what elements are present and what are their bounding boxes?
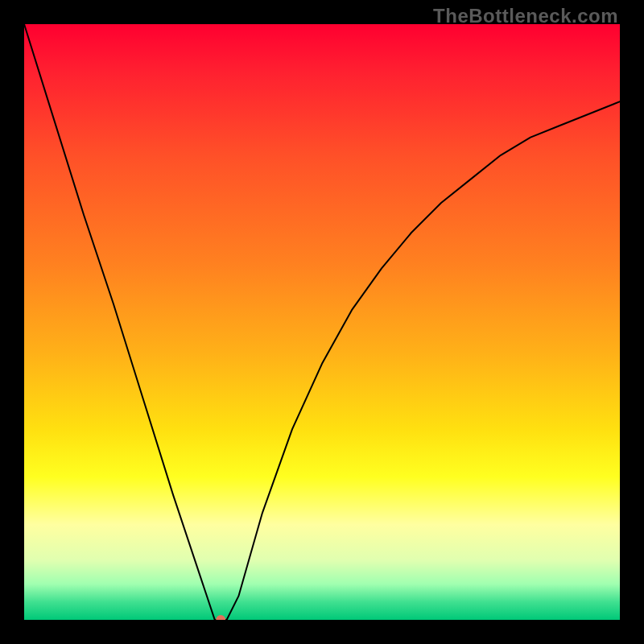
minimum-marker: [216, 615, 225, 620]
curve-svg: [24, 24, 620, 620]
plot-area: [24, 24, 620, 620]
bottleneck-curve-path: [24, 24, 620, 620]
chart-stage: TheBottleneck.com: [0, 0, 644, 644]
